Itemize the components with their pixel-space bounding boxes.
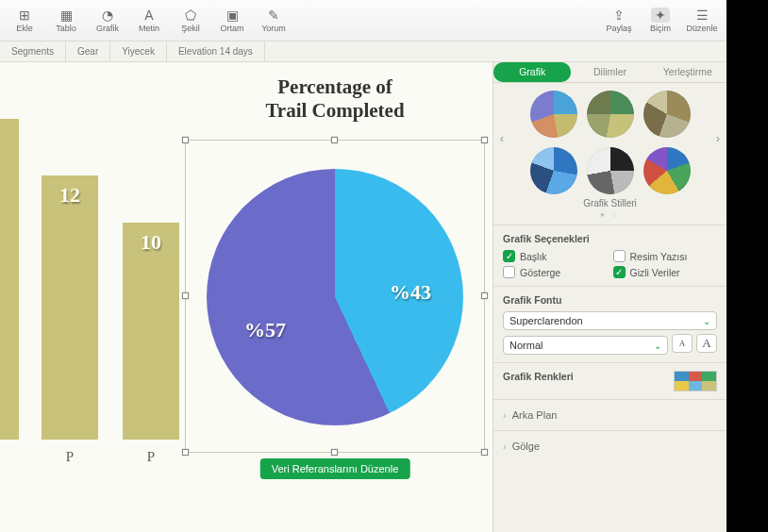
font-style-select[interactable]: Normal ⌄ xyxy=(503,336,668,355)
selection-box[interactable]: %43 %57 xyxy=(185,140,485,453)
chart-style-swatch[interactable] xyxy=(643,91,691,138)
checkbox-icon xyxy=(613,250,626,262)
chart-colors-section: Grafik Renkleri xyxy=(493,362,726,399)
main-toolbar: ⊞Ekle▦Tablo◔GrafikAMetin⬠Şekil▣Ortam✎Yor… xyxy=(0,0,726,42)
chart-icon: ◔ xyxy=(98,8,117,23)
section-title: Grafik Seçenekleri xyxy=(503,233,717,244)
bar[interactable] xyxy=(0,119,19,440)
yorum-toolbar-button[interactable]: ✎Yorum xyxy=(257,8,291,33)
sheet-tab[interactable]: Gear xyxy=(66,42,110,61)
bar[interactable]: 10P xyxy=(123,223,179,440)
option-label: Başlık xyxy=(520,251,547,262)
sheet-tab[interactable]: Yiyecek xyxy=(110,42,167,61)
format-inspector: GrafikDilimlerYerleştirme ‹ › Grafik Sti… xyxy=(493,62,726,532)
option-başlık[interactable]: ✓Başlık xyxy=(503,250,608,262)
option-label: Gösterge xyxy=(520,267,560,278)
inspector-tab-dilimler[interactable]: Dilimler xyxy=(571,62,648,82)
collapsible-gölge[interactable]: Gölge xyxy=(493,430,726,461)
resize-handle[interactable] xyxy=(331,137,338,143)
resize-handle[interactable] xyxy=(481,137,488,143)
option-label: Resim Yazısı xyxy=(630,251,688,262)
sheet-tab[interactable]: Elevation 14 days xyxy=(167,42,265,61)
table-icon: ▦ xyxy=(57,8,75,23)
bar-value: 10 xyxy=(123,230,179,255)
chart-style-swatch[interactable] xyxy=(643,147,691,194)
chart-style-swatch[interactable] xyxy=(530,147,577,194)
bar-category-label: P xyxy=(42,449,98,465)
toolbar-label: Düzenle xyxy=(686,24,717,33)
share-icon: ⇪ xyxy=(609,8,628,23)
chart-options-section: Grafik Seçenekleri ✓BaşlıkResim YazısıGö… xyxy=(493,224,726,286)
pie-chart-object[interactable]: Percentage of Trail Completed %43 %57 Ve xyxy=(185,72,485,475)
font-family-select[interactable]: Superclarendon ⌄ xyxy=(503,311,717,330)
sheet-tab[interactable]: Segments xyxy=(0,42,66,61)
toolbar-label: Tablo xyxy=(56,24,76,33)
slice-label: %43 xyxy=(390,280,431,305)
option-resim-yazısı[interactable]: Resim Yazısı xyxy=(613,250,718,262)
chart-style-swatch[interactable] xyxy=(530,91,577,138)
canvas[interactable]: 12P10P Percentage of Trail Completed %43… xyxy=(0,62,493,532)
checkbox-icon: ✓ xyxy=(503,250,515,262)
checkbox-icon: ✓ xyxy=(613,266,626,278)
ekle-toolbar-button[interactable]: ⊞Ekle xyxy=(8,8,42,33)
comment-icon: ✎ xyxy=(264,8,283,23)
chevron-down-icon: ⌄ xyxy=(703,316,710,326)
section-title: Grafik Fontu xyxy=(503,294,717,306)
inspector-tab-grafik[interactable]: Grafik xyxy=(493,62,571,82)
toolbar-label: Paylaş xyxy=(606,24,631,33)
resize-handle[interactable] xyxy=(331,449,338,456)
chart-styles-label: Grafik Stilleri xyxy=(493,198,726,208)
section-title: Grafik Renkleri xyxy=(503,371,574,382)
inspector-tabs: GrafikDilimlerYerleştirme xyxy=(493,62,726,83)
media-icon: ▣ xyxy=(223,8,242,23)
toolbar-label: Biçim xyxy=(650,24,671,33)
chevron-down-icon: ⌄ xyxy=(654,341,661,351)
page-dots[interactable]: ● ○ xyxy=(493,210,726,219)
sheet-tab-bar: SegmentsGearYiyecekElevation 14 days xyxy=(0,42,726,62)
pie-chart[interactable]: %43 %57 xyxy=(207,169,463,425)
font-size-increase-button[interactable]: A xyxy=(696,334,717,353)
tablo-toolbar-button[interactable]: ▦Tablo xyxy=(49,8,83,33)
chart-style-swatch[interactable] xyxy=(587,91,634,138)
chart-title[interactable]: Percentage of Trail Completed xyxy=(185,75,485,123)
format-icon: ✦ xyxy=(651,8,670,23)
slice-label: %57 xyxy=(244,318,286,342)
paylaş-toolbar-button[interactable]: ⇪Paylaş xyxy=(602,8,636,33)
grafik-toolbar-button[interactable]: ◔Grafik xyxy=(91,8,125,33)
toolbar-label: Şekil xyxy=(181,24,200,33)
font-style-value: Normal xyxy=(509,340,543,351)
checkbox-icon xyxy=(503,266,515,278)
shape-icon: ⬠ xyxy=(181,8,200,23)
ortam-toolbar-button[interactable]: ▣Ortam xyxy=(215,8,249,33)
inspector-tab-yerleştirme[interactable]: Yerleştirme xyxy=(649,62,726,82)
organize-icon: ☰ xyxy=(693,8,711,23)
resize-handle[interactable] xyxy=(481,449,488,456)
toolbar-label: Ekle xyxy=(16,24,33,33)
chart-style-swatch[interactable] xyxy=(587,147,634,194)
device-bezel xyxy=(726,0,768,532)
resize-handle[interactable] xyxy=(182,449,189,456)
font-family-value: Superclarendon xyxy=(509,315,583,326)
bar[interactable]: 12P xyxy=(42,175,98,440)
resize-handle[interactable] xyxy=(182,292,189,299)
bar-value: 12 xyxy=(42,183,98,208)
toolbar-label: Yorum xyxy=(261,24,286,33)
düzenle-toolbar-button[interactable]: ☰Düzenle xyxy=(685,8,719,33)
collapsible-arka-plan[interactable]: Arka Plan xyxy=(493,399,726,430)
toolbar-label: Ortam xyxy=(220,24,243,33)
chart-font-section: Grafik Fontu Superclarendon ⌄ Normal ⌄ A… xyxy=(493,286,726,362)
color-palette-button[interactable] xyxy=(674,371,717,391)
biçim-toolbar-button[interactable]: ✦Biçim xyxy=(643,8,677,33)
şekil-toolbar-button[interactable]: ⬠Şekil xyxy=(174,8,208,33)
option-gizli-veriler[interactable]: ✓Gizli Veriler xyxy=(613,266,718,278)
text-icon: A xyxy=(140,8,159,23)
toolbar-label: Metin xyxy=(139,24,159,33)
font-size-decrease-button[interactable]: A xyxy=(672,334,693,353)
toolbar-label: Grafik xyxy=(96,24,119,33)
resize-handle[interactable] xyxy=(481,292,488,299)
edit-data-references-button[interactable]: Veri Referanslarını Düzenle xyxy=(260,458,410,479)
option-gösterge[interactable]: Gösterge xyxy=(503,266,608,278)
bar-category-label: P xyxy=(123,449,179,465)
resize-handle[interactable] xyxy=(182,137,189,143)
metin-toolbar-button[interactable]: AMetin xyxy=(132,8,166,33)
